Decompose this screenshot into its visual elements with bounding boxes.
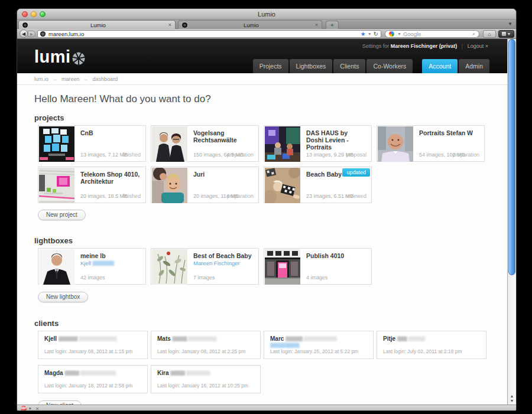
breadcrumb: lum.io → mareen → dashboard [17, 73, 507, 85]
new-client-button[interactable]: New client [38, 400, 82, 405]
scrollbar-arrows[interactable]: ▲▼ [508, 394, 516, 403]
project-title: Vogelsang Rechtsanwälte [193, 129, 254, 144]
project-card-cnb[interactable]: CnB 13 images, 7.12 MB finished [38, 125, 146, 162]
breadcrumb-lumio[interactable]: lum.io [34, 76, 48, 82]
lightbox-owner[interactable]: Kjell █████████ [80, 260, 113, 266]
project-thumbnail [39, 168, 74, 203]
scrollbar[interactable]: ▲▼ [507, 39, 516, 405]
client-last-login: Last login: July 02, 2011 at 2:18 pm [383, 348, 462, 354]
client-email-redacted: ██████████████ [304, 337, 310, 343]
settings-user-link[interactable]: Mareen Fischinger (privat) [391, 43, 458, 49]
new-tab-button[interactable]: + [326, 21, 339, 29]
browser-tab-inactive[interactable]: Lumio × [178, 20, 322, 29]
project-title: Beach Baby [306, 171, 366, 178]
client-surname-redacted: ████ [397, 337, 407, 341]
nav-tab-lightboxes[interactable]: Lightboxes [290, 59, 333, 73]
search-engine-dropdown-icon[interactable]: ▼ [397, 32, 401, 36]
project-meta: 13 images, 7.12 MB [80, 152, 128, 158]
nav-tab-clients[interactable]: Clients [333, 59, 365, 73]
reload-icon[interactable]: ↻ [374, 31, 378, 38]
logo-text: lumi [34, 47, 71, 67]
project-status: reviewed [345, 193, 366, 199]
client-last-login: Last login: January 25, 2012 at 5:22 pm [270, 348, 358, 354]
client-card-kjell[interactable]: Kjell ████████ ████████████████ Last log… [38, 331, 148, 359]
lightbox-card-best-of-beach-baby[interactable]: Best of Beach Baby Mareen Fischinger 7 i… [151, 248, 259, 285]
project-thumbnail [265, 126, 300, 162]
search-bar[interactable]: ▼ Google ⌕ [385, 30, 479, 38]
tab-close-icon[interactable]: × [168, 22, 171, 28]
window-titlebar[interactable]: Lumio [17, 9, 516, 19]
project-status: preparation [226, 152, 254, 158]
project-title: Portraits Stefan W [419, 129, 479, 136]
client-email-redacted: ███████████████ [80, 371, 86, 377]
project-card-juri[interactable]: Juri 20 images, 114 MB preparation [151, 167, 259, 203]
projects-heading: projects [34, 113, 507, 122]
client-link-redacted: ██████ ██████ [270, 343, 299, 347]
breadcrumb-dashboard[interactable]: dashboard [93, 76, 118, 82]
project-status: preparation [226, 193, 254, 199]
adblock-dropdown-icon[interactable]: ▾ [29, 406, 31, 411]
nav-tab-account[interactable]: Account [422, 59, 458, 73]
page-title: Hello Mareen! What do you want to do? [34, 93, 507, 105]
url-bar[interactable]: mareen.lum.io ★ ▼ ↻ [37, 30, 381, 38]
lightboxes-row: meine lb Kjell █████████ 42 images [38, 248, 507, 285]
forward-button[interactable]: ▶ [28, 31, 35, 37]
breadcrumb-mareen[interactable]: mareen [61, 76, 80, 82]
project-card-telekom[interactable]: Telekom Shop 4010, Architektur 20 images… [38, 167, 146, 203]
client-card-marc[interactable]: Marc ███████ ██████████████ ██████ █████… [264, 331, 374, 359]
addon-bar-close-icon[interactable]: × [36, 406, 39, 411]
client-card-mats[interactable]: Mats ██████ ████████████ Last login: Jan… [151, 331, 261, 359]
back-button[interactable]: ◀ [20, 30, 28, 38]
client-surname-redacted: ██████ [170, 371, 184, 375]
search-placeholder: Google [403, 31, 472, 37]
new-project-button[interactable]: New project [38, 210, 86, 220]
home-button[interactable]: ⌂ [483, 30, 496, 38]
adblock-icon[interactable]: ABP [21, 406, 27, 411]
project-title: Telekom Shop 4010, Architektur [80, 171, 141, 185]
lumio-logo[interactable]: lumi [34, 47, 86, 67]
clients-row-1: Kjell ████████ ████████████████ Last log… [38, 331, 507, 359]
project-card-dashaus[interactable]: DAS HAUS by Doshi Levien - Portraits 13 … [264, 125, 372, 162]
site-nav: Projects Lightboxes Clients Co-Workers A… [253, 59, 489, 73]
nav-tab-coworkers[interactable]: Co-Workers [366, 59, 413, 73]
lightbox-card-publish-4010[interactable]: Publish 4010 4 images [264, 248, 372, 285]
lightboxes-heading: lightboxes [34, 236, 507, 245]
client-surname-redacted: ██████ [64, 371, 79, 375]
nav-tab-projects[interactable]: Projects [253, 59, 288, 73]
breadcrumb-arrow: → [83, 76, 89, 82]
project-card-vogelsang[interactable]: Vogelsang Rechtsanwälte 150 images, 64.5… [151, 125, 259, 162]
browser-viewport: lumi [17, 39, 516, 405]
scrollbar-thumb[interactable] [508, 39, 515, 275]
client-card-magda[interactable]: Magda ██████ ███████████████ Last login:… [38, 365, 148, 393]
new-lightbox-button[interactable]: New lightbox [38, 292, 88, 302]
client-last-login: Last login: January 16, 2012 at 10:25 pm [157, 383, 248, 389]
lightbox-thumbnail [39, 249, 74, 285]
tab-close-icon[interactable]: × [315, 22, 318, 28]
bookmark-dropdown-icon[interactable]: ▼ [368, 32, 372, 36]
lightbox-card-meine-lb[interactable]: meine lb Kjell █████████ 42 images [38, 248, 146, 285]
client-card-kira[interactable]: Kira ██████ ██████████ Last login: Janua… [151, 365, 261, 393]
list-all-tabs-icon[interactable]: ▼ [508, 21, 512, 27]
project-status: finished [122, 193, 141, 199]
tab-title: Lumio [31, 22, 166, 28]
browser-tab-active[interactable]: Lumio × [18, 20, 176, 29]
lumio-page: lumi [17, 39, 507, 405]
lightbox-owner[interactable]: Mareen Fischinger [193, 260, 240, 266]
extension-button[interactable]: ▼ [498, 30, 514, 38]
bookmark-star-icon[interactable]: ★ [361, 31, 366, 38]
tab-title: Lumio [190, 22, 312, 28]
client-email-redacted: ████████████ [188, 337, 194, 343]
project-status: preparation [452, 152, 479, 158]
magnifier-icon[interactable]: ⌕ [472, 31, 475, 37]
client-name: Pitje [383, 335, 395, 342]
project-card-beachbaby[interactable]: updated Beach Baby 23 images, 6.51 MB re… [264, 167, 372, 203]
nav-tab-admin[interactable]: Admin [459, 59, 489, 73]
client-surname-redacted: ██████ [173, 337, 187, 341]
aperture-icon [72, 51, 86, 66]
logout-link[interactable]: Logout × [468, 43, 488, 49]
clients-heading: clients [34, 319, 507, 328]
client-card-pitje[interactable]: Pitje ████ ███████ Last login: July 02, … [377, 331, 486, 359]
project-card-stefan[interactable]: Portraits Stefan W 54 images, 102 MB pre… [377, 125, 485, 162]
project-thumbnail [265, 168, 300, 203]
client-name: Kjell [44, 335, 57, 342]
